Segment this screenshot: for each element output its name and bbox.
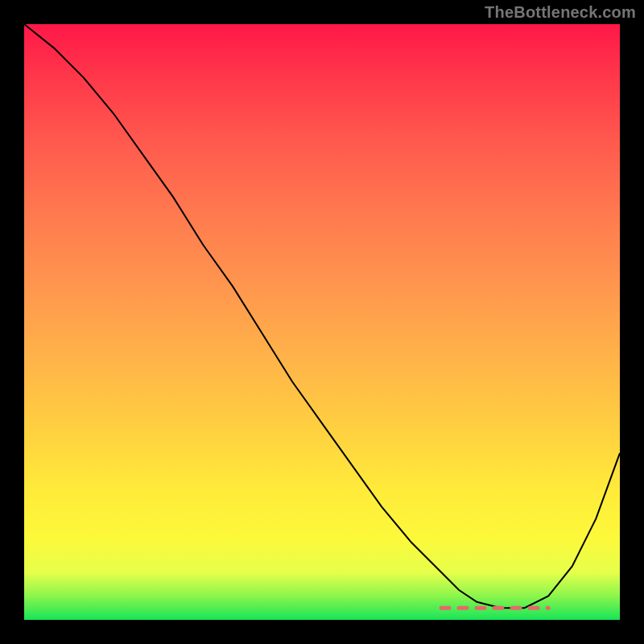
chart-frame: TheBottleneck.com — [0, 0, 644, 644]
bottleneck-curve — [24, 24, 620, 608]
plot-area — [24, 24, 620, 620]
chart-svg — [24, 24, 620, 620]
watermark-text: TheBottleneck.com — [485, 3, 636, 22]
